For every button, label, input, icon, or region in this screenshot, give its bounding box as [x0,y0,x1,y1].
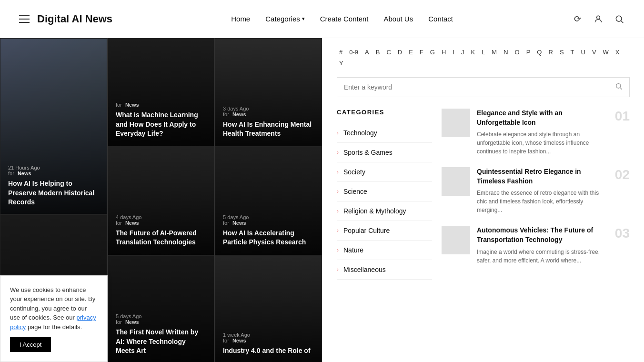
alpha-item-k[interactable]: K [468,48,477,57]
alpha-item-o[interactable]: O [513,48,522,57]
category-arrow-icon: › [337,247,339,253]
article-card[interactable]: 21 Hours Ago for News How AI Is Helping … [0,38,107,214]
refresh-icon[interactable]: ⟳ [572,13,583,25]
article-card[interactable]: 1 week Ago for News Industry 4.0 and the… [215,255,322,362]
category-arrow-icon: › [337,149,339,156]
alpha-item-s[interactable]: S [557,48,566,57]
alpha-item-f[interactable]: F [417,48,426,57]
card-title: The Future of AI-Powered Translation Tec… [116,229,206,247]
sidebar-search [337,77,630,97]
featured-article-3[interactable]: Autonomous Vehicles: The Future of Trans… [442,226,630,264]
categories-list: ›Technology›Sports & Games›Society›Scien… [337,123,432,280]
search-icon[interactable] [614,13,625,25]
cookie-accept-button[interactable]: I Accept [10,337,51,352]
alpha-item--[interactable]: # [337,48,345,57]
main-layout: 21 Hours Ago for News How AI Is Helping … [0,38,644,362]
category-arrow-icon: › [337,227,339,234]
featured-num: 01 [611,109,630,124]
card-meta: 21 Hours Ago for News [8,165,99,176]
alpha-item-q[interactable]: Q [534,48,544,57]
article-card[interactable]: 5 days Ago for News The First Novel Writ… [108,255,214,362]
svg-line-2 [621,20,624,23]
featured-article-2[interactable]: Quintessential Retro Elegance in Timeles… [442,167,630,214]
cookie-text2: page for the details. [28,323,82,331]
alpha-item-v[interactable]: V [590,48,599,57]
categories-title: CATEGORIES [337,109,432,116]
card-meta: 5 days Ago for News [116,313,206,325]
card-meta: 4 days Ago for News [116,214,206,226]
header: Digital AI News Home Categories ▾ Create… [0,0,644,38]
featured-desc: Celebrate elegance and style through an … [477,130,604,156]
alpha-item-r[interactable]: R [546,48,555,57]
card-meta: 3 days Ago for News [223,106,314,117]
article-card[interactable]: 5 days Ago for News How AI Is Accelerati… [215,147,322,255]
alpha-item-d[interactable]: D [395,48,404,57]
category-item-nature[interactable]: ›Nature [337,241,432,260]
alpha-item-g[interactable]: G [428,48,437,57]
featured-num: 03 [611,226,630,241]
alpha-item-h[interactable]: H [439,48,448,57]
header-nav: Home Categories ▾ Create Content About U… [231,15,453,23]
alpha-item-j[interactable]: J [459,48,467,57]
alpha-item-i[interactable]: I [450,48,457,57]
article-card[interactable]: 3 days Ago for News How AI Is Enhancing … [215,38,322,147]
nav-about-us[interactable]: About Us [384,15,413,23]
sidebar-search-icon[interactable] [615,82,623,92]
alpha-item-a[interactable]: A [362,48,372,57]
alpha-item-e[interactable]: E [406,48,415,57]
alpha-item-l[interactable]: L [479,48,487,57]
alpha-item-w[interactable]: W [601,48,611,57]
svg-line-4 [620,88,622,90]
category-arrow-icon: › [337,208,339,214]
svg-point-3 [616,84,621,88]
category-item-society[interactable]: ›Society [337,162,432,182]
article-card[interactable]: for News What is Machine Learning and Ho… [108,38,214,147]
nav-contact[interactable]: Contact [428,15,453,23]
alpha-item-m[interactable]: M [489,48,499,57]
nav-home[interactable]: Home [231,15,250,23]
featured-article-1[interactable]: Elegance and Style with an Unforgettable… [442,109,630,156]
alpha-item-c[interactable]: C [384,48,393,57]
card-title: Industry 4.0 and the Role of [223,346,314,356]
hamburger-menu[interactable] [19,15,30,23]
alpha-item-n[interactable]: N [501,48,510,57]
alpha-item-0-9[interactable]: 0-9 [347,48,361,57]
card-meta: for News [116,102,206,108]
site-title[interactable]: Digital AI News [37,13,112,25]
featured-info: Autonomous Vehicles: The Future of Trans… [477,226,604,264]
header-left: Digital AI News [19,13,112,25]
user-icon[interactable] [593,13,604,25]
alpha-item-u[interactable]: U [579,48,588,57]
alpha-item-b[interactable]: B [373,48,382,57]
card-title: How AI Is Accelerating Particle Physics … [223,229,314,247]
card-title: How AI Is Helping to Preserve Modern His… [8,179,99,207]
article-card[interactable]: 4 days Ago for News The Future of AI-Pow… [108,147,214,255]
category-item-miscellaneous[interactable]: ›Miscellaneous [337,260,432,280]
content-area: 21 Hours Ago for News How AI Is Helping … [0,38,322,362]
category-item-religion---mythology[interactable]: ›Religion & Mythology [337,201,432,221]
category-item-sports---games[interactable]: ›Sports & Games [337,143,432,162]
category-item-popular-culture[interactable]: ›Popular Culture [337,221,432,241]
nav-create-content[interactable]: Create Content [320,15,369,23]
alpha-item-x[interactable]: X [613,48,622,57]
alphabet-filter: #0-9ABCDEFGHIJKLMNOPQRSTUVWXY [337,48,630,68]
category-arrow-icon: › [337,266,339,273]
header-icons: ⟳ [572,13,625,25]
categories-section: CATEGORIES ›Technology›Sports & Games›So… [337,109,442,280]
alpha-item-p[interactable]: P [524,48,533,57]
nav-categories[interactable]: Categories ▾ [265,15,305,23]
keyword-search-input[interactable] [344,83,615,91]
category-item-technology[interactable]: ›Technology [337,123,432,143]
featured-thumb [442,109,470,137]
featured-desc: Imagine a world where commuting is stres… [477,248,604,265]
featured-info: Elegance and Style with an Unforgettable… [477,109,604,156]
category-item-science[interactable]: ›Science [337,182,432,201]
card-title: The First Novel Written by AI: Where Tec… [116,328,206,356]
card-meta: 1 week Ago for News [223,332,314,343]
card-title: How AI Is Enhancing Mental Health Treatm… [223,120,314,139]
alpha-item-t[interactable]: T [568,48,577,57]
card-meta: 5 days Ago for News [223,214,314,226]
featured-desc: Embrace the essence of retro elegance wi… [477,189,604,214]
right-sidebar: #0-9ABCDEFGHIJKLMNOPQRSTUVWXY CATEGORIES… [322,38,644,362]
alpha-item-y[interactable]: Y [337,59,346,68]
